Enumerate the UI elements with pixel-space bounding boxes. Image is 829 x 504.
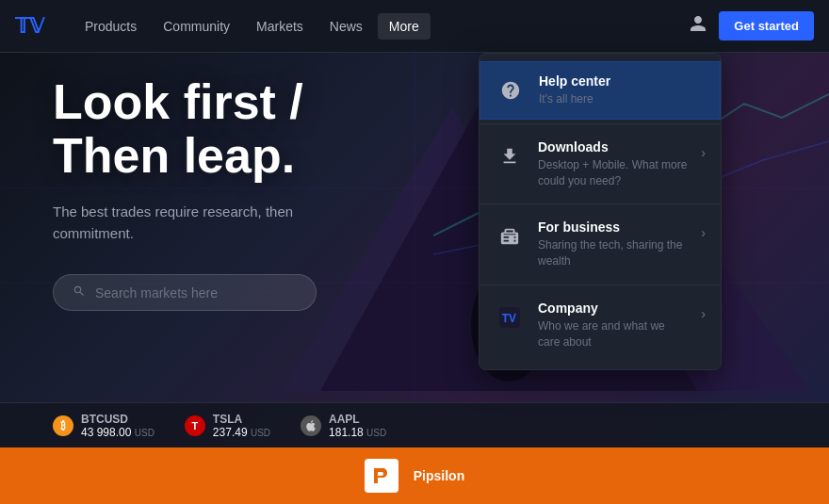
dropdown-company[interactable]: TV Company Who we are and what we care a… bbox=[480, 289, 721, 362]
nav-products[interactable]: Products bbox=[73, 13, 148, 40]
company-desc: Who we are and what we care about bbox=[538, 318, 688, 350]
tsla-price: 237.49 USD bbox=[213, 426, 270, 439]
nav-news[interactable]: News bbox=[318, 13, 374, 40]
logo[interactable]: 𝕋𝕍 bbox=[15, 14, 43, 39]
aapl-symbol: AAPL bbox=[329, 413, 386, 426]
nav-markets[interactable]: Markets bbox=[245, 13, 315, 40]
help-center-content: Help center It's all here bbox=[539, 73, 705, 107]
company-icon: TV bbox=[495, 302, 525, 333]
nav-right: Get started bbox=[689, 11, 814, 41]
hero-title: Look first / Then leap. bbox=[53, 75, 354, 183]
dropdown-help-center[interactable]: Help center It's all here bbox=[480, 61, 721, 120]
user-icon[interactable] bbox=[689, 14, 707, 38]
aapl-price: 181.18 USD bbox=[329, 426, 386, 439]
divider-1 bbox=[480, 123, 721, 124]
divider-3 bbox=[480, 285, 721, 285]
tsla-symbol: TSLA bbox=[213, 413, 270, 426]
business-icon bbox=[495, 221, 525, 252]
hero-subtitle: The best trades require research, then c… bbox=[53, 202, 354, 244]
pipsilon-logo bbox=[365, 459, 398, 493]
aapl-icon bbox=[301, 415, 321, 436]
for-business-arrow: › bbox=[701, 225, 706, 240]
for-business-desc: Sharing the tech, sharing the wealth bbox=[538, 237, 688, 269]
ticker-bar: ₿ BTCUSD 43 998.00 USD T TSLA 237.49 USD… bbox=[0, 402, 829, 447]
navbar: 𝕋𝕍 Products Community Markets News More … bbox=[0, 0, 829, 53]
bottom-bar: Pipsilon bbox=[0, 447, 829, 504]
btc-symbol: BTCUSD bbox=[81, 413, 154, 426]
downloads-arrow: › bbox=[701, 145, 706, 160]
dropdown-downloads[interactable]: Downloads Desktop + Mobile. What more co… bbox=[480, 128, 721, 201]
get-started-button[interactable]: Get started bbox=[719, 11, 814, 41]
btc-price: 43 998.00 USD bbox=[81, 426, 154, 439]
ticker-btcusd[interactable]: ₿ BTCUSD 43 998.00 USD bbox=[53, 413, 154, 439]
downloads-title: Downloads bbox=[538, 139, 688, 154]
company-content: Company Who we are and what we care abou… bbox=[538, 301, 688, 350]
ticker-aapl[interactable]: AAPL 181.18 USD bbox=[301, 413, 386, 439]
search-bar[interactable] bbox=[53, 274, 317, 311]
divider-2 bbox=[480, 203, 721, 204]
svg-text:TV: TV bbox=[502, 312, 516, 325]
search-input[interactable] bbox=[95, 285, 297, 301]
nav-more[interactable]: More bbox=[378, 13, 431, 40]
help-center-desc: It's all here bbox=[539, 91, 705, 107]
company-title: Company bbox=[538, 301, 688, 316]
more-dropdown: Help center It's all here Downloads Desk… bbox=[479, 53, 722, 370]
search-icon bbox=[73, 285, 86, 301]
nav-community[interactable]: Community bbox=[152, 13, 241, 40]
downloads-content: Downloads Desktop + Mobile. What more co… bbox=[538, 139, 688, 189]
pipsilon-label: Pipsilon bbox=[414, 468, 464, 483]
for-business-content: For business Sharing the tech, sharing t… bbox=[538, 219, 688, 269]
downloads-desc: Desktop + Mobile. What more could you ne… bbox=[538, 157, 688, 189]
btc-icon: ₿ bbox=[53, 415, 73, 436]
nav-links: Products Community Markets News More bbox=[73, 13, 689, 40]
for-business-title: For business bbox=[538, 219, 688, 235]
help-center-title: Help center bbox=[539, 73, 705, 89]
tsla-icon: T bbox=[185, 415, 205, 436]
company-arrow: › bbox=[701, 306, 706, 321]
hero-content: Look first / Then leap. The best trades … bbox=[53, 75, 354, 311]
ticker-tsla[interactable]: T TSLA 237.49 USD bbox=[185, 413, 270, 439]
dropdown-for-business[interactable]: For business Sharing the tech, sharing t… bbox=[480, 208, 721, 281]
help-icon bbox=[496, 75, 526, 106]
download-icon bbox=[495, 141, 525, 171]
